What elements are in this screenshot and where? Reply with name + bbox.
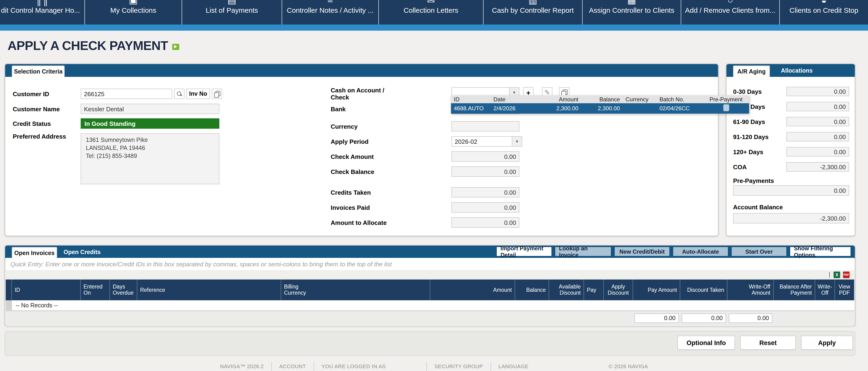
address-line: LANSDALE, PA 19446 <box>86 144 214 152</box>
show-filtering-options-button[interactable]: Show Filtering Options <box>790 246 851 257</box>
aging-31-60-value: 0.00 <box>786 102 849 111</box>
amount-to-allocate-label: Amount to Allocate <box>331 219 386 226</box>
video-help-icon[interactable] <box>172 44 179 50</box>
nav-tab-my-collections[interactable]: ▣ My Collections <box>85 0 182 25</box>
copy-icon <box>561 89 567 96</box>
customer-id-field[interactable]: 266125 <box>81 89 172 99</box>
tab-selection-criteria[interactable]: Selection Criteria <box>12 66 65 77</box>
footer-divider <box>491 362 491 371</box>
tab-open-invoices[interactable]: Open Invoices <box>12 247 57 258</box>
export-band: X PDF <box>6 270 854 279</box>
reset-button[interactable]: Reset <box>740 336 796 350</box>
col-entered-on[interactable]: Entered On <box>81 279 110 300</box>
footer-divider <box>313 362 314 371</box>
pre-payments-value: 0.00 <box>733 185 849 196</box>
col-view-pdf[interactable]: View PDF <box>835 279 854 300</box>
nav-tab-credit-control-home[interactable]: ║║ dit Control Manager Ho... <box>0 0 85 25</box>
inbox-icon: ▣ <box>129 0 138 5</box>
optional-info-button[interactable]: Optional Info <box>677 336 735 350</box>
totals-row: 0.00 0.00 0.00 <box>6 311 854 326</box>
footer-logged-in-as: YOU ARE LOGGED IN AS <box>321 364 385 371</box>
customer-name-label: Customer Name <box>13 106 60 113</box>
nav-tab-clients-credit-stop[interactable]: ◒ Clients on Credit Stop <box>780 0 868 25</box>
footer-version: NAVIGA™ 2026.2 <box>220 364 264 371</box>
export-excel-icon[interactable]: X <box>834 272 840 278</box>
tab-allocations[interactable]: Allocations <box>776 64 818 77</box>
nav-tab-cash-by-controller-report[interactable]: ▥ Cash by Controller Report <box>484 0 583 25</box>
col-balance[interactable]: Balance <box>515 279 549 300</box>
col-amount[interactable]: Amount <box>430 279 515 300</box>
nav-tab-assign-controller[interactable]: ▦ Assign Controller to Clients <box>583 0 681 25</box>
col-selector <box>6 279 12 300</box>
total-discount-taken: 0.00 <box>682 313 726 323</box>
amount-to-allocate-field: 0.00 <box>452 217 519 228</box>
check-balance-label: Check Balance <box>331 168 374 175</box>
col-apply-discount[interactable]: Apply Discount <box>604 279 633 300</box>
table-row: -- No Records -- <box>6 300 854 311</box>
lookup-invoice-button[interactable]: Lookup an Invoice <box>555 246 611 257</box>
aging-0-30-label: 0-30 Days <box>733 88 762 95</box>
col-available-discount[interactable]: Available Discount <box>549 279 584 300</box>
nav-tab-label: Collection Letters <box>404 6 458 14</box>
payment-date-cell: 2/4/2026 <box>491 105 532 112</box>
preferred-address-label: Preferred Address <box>13 133 66 140</box>
selection-panel-header <box>5 64 718 77</box>
import-payment-detail-button[interactable]: Import Payment Detail <box>496 246 552 257</box>
start-over-button[interactable]: Start Over <box>731 246 787 257</box>
col-id[interactable]: ID <box>12 279 81 300</box>
cash-on-account-dropdown: ID Date Amount Balance Currency Batch No… <box>451 95 749 113</box>
credit-status-label: Credit Status <box>13 120 51 127</box>
col-billing-currency[interactable]: Billing Currency <box>281 279 430 300</box>
pre-payment-checkbox[interactable] <box>723 104 729 111</box>
col-write-off[interactable]: Write-Off <box>815 279 835 300</box>
quick-entry-input[interactable] <box>10 259 849 269</box>
aging-120plus-value: 0.00 <box>786 147 849 157</box>
auto-allocate-button[interactable]: Auto-Allocate <box>673 246 728 257</box>
preferred-address-box: 1361 Sumneytown Pike LANSDALE, PA 19446 … <box>81 133 219 184</box>
search-icon <box>177 91 182 97</box>
col-write-off-amount[interactable]: Write-Off Amount <box>727 279 774 300</box>
invoice-toolbar: Import Payment Detail Lookup an Invoice … <box>496 246 851 257</box>
invoice-table-header: ID Entered On Days Overdue Reference Bil… <box>6 279 854 300</box>
nav-tab-add-remove-clients[interactable]: ○ Add / Remove Clients from... <box>681 0 780 25</box>
export-pdf-icon[interactable]: PDF <box>843 272 849 278</box>
dropdown-payment-row[interactable]: 4688.AUTO 2/4/2026 2,300.00 2,300.00 02/… <box>451 103 749 113</box>
top-nav: ║║ dit Control Manager Ho... ▣ My Collec… <box>0 0 868 25</box>
col-discount-taken[interactable]: Discount Taken <box>680 279 727 300</box>
notes-lines-icon: ≡ <box>328 0 333 5</box>
nav-tab-controller-notes[interactable]: ≡ Controller Notes / Activity ... <box>282 0 379 25</box>
dropdown-col-date: Date <box>491 96 532 103</box>
tab-ar-aging[interactable]: A/R Aging <box>733 66 770 77</box>
nav-tab-list-of-payments[interactable]: ▤ List of Payments <box>182 0 282 25</box>
apply-period-value: 2026-02 <box>455 138 477 145</box>
customer-search-button[interactable] <box>174 89 184 99</box>
col-days-overdue[interactable]: Days Overdue <box>110 279 137 300</box>
inv-no-button[interactable]: Inv No <box>186 89 210 99</box>
credits-taken-field: 0.00 <box>452 187 519 198</box>
apply-button[interactable]: Apply <box>801 336 853 350</box>
footer-account: ACCOUNT <box>279 364 306 371</box>
customer-name-field: Kessler Dental <box>81 104 219 114</box>
chevron-down-icon[interactable]: ▼ <box>512 137 522 146</box>
account-balance-value: -2,300.00 <box>733 213 849 224</box>
col-balance-after-payment[interactable]: Balance After Payment <box>774 279 815 300</box>
col-pay-amount[interactable]: Pay Amount <box>633 279 680 300</box>
footer-divider <box>271 362 272 371</box>
add-remove-clients-icon: ○ <box>727 0 733 5</box>
new-credit-debit-button[interactable]: New Credit/Debit <box>614 246 670 257</box>
total-write-off-amount: 0.00 <box>729 313 772 323</box>
nav-tab-collection-letters[interactable]: ✉ Collection Letters <box>379 0 484 25</box>
cash-on-account-label: Cash on Account / Check <box>331 87 387 101</box>
no-records-message: -- No Records -- <box>12 300 58 310</box>
report-icon: ▥ <box>528 0 537 5</box>
col-pay[interactable]: Pay <box>584 279 604 300</box>
aging-0-30-value: 0.00 <box>786 87 849 96</box>
customer-copy-button[interactable] <box>212 89 222 99</box>
tab-open-credits[interactable]: Open Credits <box>61 246 103 258</box>
pre-payments-label: Pre-Payments <box>733 177 774 184</box>
footer-language: LANGUAGE <box>499 364 529 371</box>
footer-security-group: SECURITY GROUP <box>434 364 483 371</box>
bank-label: Bank <box>331 106 346 113</box>
apply-period-select[interactable]: 2026-02 ▼ <box>452 136 522 146</box>
col-reference[interactable]: Reference <box>137 279 281 300</box>
